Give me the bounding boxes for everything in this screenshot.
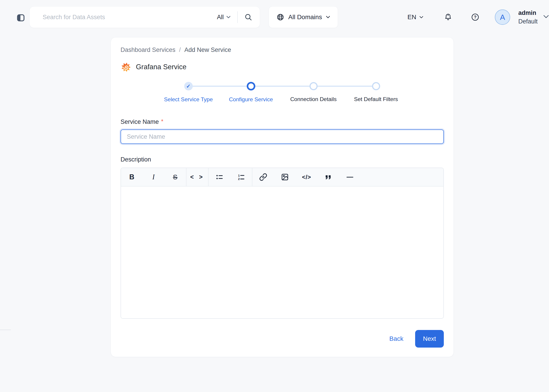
bold-icon: B bbox=[129, 173, 134, 181]
bullet-list-icon bbox=[216, 173, 223, 181]
topbar: All All Domains EN bbox=[0, 0, 549, 34]
step-set-default-filters[interactable]: Set Default Filters bbox=[345, 82, 407, 103]
link-button[interactable] bbox=[252, 168, 274, 186]
service-title-row: Grafana Service bbox=[121, 61, 444, 73]
horizontal-rule-button[interactable] bbox=[339, 168, 361, 186]
quote-button[interactable] bbox=[317, 168, 339, 186]
step-select-service-type[interactable]: ✓ Select Service Type bbox=[157, 82, 220, 103]
italic-icon: I bbox=[152, 173, 155, 181]
italic-button[interactable]: I bbox=[143, 168, 164, 186]
user-info[interactable]: admin Default bbox=[518, 9, 538, 26]
description-label: Description bbox=[121, 156, 444, 163]
grafana-logo-icon bbox=[121, 62, 131, 72]
search-input[interactable] bbox=[29, 7, 217, 28]
step-label: Set Default Filters bbox=[354, 96, 398, 102]
step-label: Select Service Type bbox=[164, 96, 213, 103]
bell-icon bbox=[444, 13, 452, 21]
step-active-circle bbox=[247, 82, 255, 91]
notifications-button[interactable] bbox=[444, 0, 452, 34]
horizontal-rule-icon bbox=[347, 177, 353, 177]
avatar[interactable]: A bbox=[495, 9, 510, 25]
breadcrumb-current: Add New Service bbox=[185, 46, 231, 53]
strikethrough-icon: S bbox=[173, 173, 178, 181]
search-submit-button[interactable] bbox=[244, 13, 252, 21]
breadcrumb-dashboard-services[interactable]: Dashboard Services bbox=[121, 46, 175, 53]
link-icon bbox=[259, 173, 267, 181]
language-dropdown[interactable]: EN bbox=[407, 0, 423, 34]
global-search-bar: All bbox=[29, 6, 260, 28]
chevron-down-icon bbox=[326, 16, 330, 19]
step-label: Connection Details bbox=[290, 96, 337, 102]
step-completed-circle: ✓ bbox=[184, 82, 193, 91]
breadcrumb: Dashboard Services / Add New Service bbox=[121, 46, 444, 53]
step-configure-service[interactable]: Configure Service bbox=[220, 82, 282, 103]
code-block-icon: </> bbox=[302, 174, 311, 181]
language-label: EN bbox=[407, 14, 416, 21]
inline-code-icon: < > bbox=[190, 174, 204, 181]
search-icon bbox=[244, 13, 252, 21]
quote-icon bbox=[324, 173, 332, 181]
step-connection-details[interactable]: Connection Details bbox=[282, 82, 345, 103]
strikethrough-button[interactable]: S bbox=[164, 168, 186, 186]
search-divider bbox=[237, 11, 238, 23]
add-service-card: Dashboard Services / Add New Service Gra… bbox=[111, 37, 454, 357]
description-editor-content[interactable] bbox=[121, 187, 443, 318]
service-name-input[interactable] bbox=[121, 129, 444, 144]
inline-code-button[interactable]: < > bbox=[186, 168, 208, 186]
user-name: admin bbox=[518, 9, 538, 17]
search-scope-label: All bbox=[217, 14, 224, 21]
image-button[interactable] bbox=[274, 168, 296, 186]
stepper: ✓ Select Service Type Configure Service … bbox=[157, 82, 407, 105]
avatar-initial: A bbox=[500, 13, 505, 22]
sidebar-toggle-button[interactable] bbox=[16, 14, 25, 22]
panel-left-icon bbox=[16, 14, 25, 22]
globe-icon bbox=[277, 13, 284, 21]
editor-toolbar: B I S < > bbox=[121, 168, 443, 187]
svg-text:1: 1 bbox=[238, 174, 240, 177]
user-team: Default bbox=[518, 17, 538, 26]
step-pending-circle bbox=[372, 82, 380, 90]
page-title: Grafana Service bbox=[136, 63, 186, 71]
bold-button[interactable]: B bbox=[121, 168, 143, 186]
step-pending-circle bbox=[309, 82, 318, 90]
svg-text:2: 2 bbox=[238, 177, 240, 181]
numbered-list-icon: 1 2 bbox=[237, 173, 245, 181]
numbered-list-button[interactable]: 1 2 bbox=[230, 168, 252, 186]
image-icon bbox=[281, 173, 289, 181]
collapsed-sidebar-divider bbox=[0, 329, 11, 330]
code-block-button[interactable]: </> bbox=[296, 168, 317, 186]
required-marker: * bbox=[161, 118, 164, 125]
domains-dropdown[interactable]: All Domains bbox=[269, 6, 338, 28]
search-scope-dropdown[interactable]: All bbox=[217, 14, 230, 21]
service-name-label-row: Service Name * bbox=[121, 119, 444, 126]
wizard-actions: Back Next bbox=[121, 330, 444, 348]
help-button[interactable]: ? bbox=[471, 0, 479, 34]
back-button[interactable]: Back bbox=[389, 335, 403, 342]
next-button[interactable]: Next bbox=[415, 330, 444, 348]
bullet-list-button[interactable] bbox=[209, 168, 230, 186]
check-icon: ✓ bbox=[186, 83, 191, 89]
chevron-down-icon bbox=[226, 16, 230, 19]
user-menu-chevron-icon[interactable] bbox=[543, 15, 549, 19]
chevron-down-icon bbox=[420, 16, 423, 19]
breadcrumb-separator: / bbox=[179, 46, 181, 53]
domains-label: All Domains bbox=[288, 14, 322, 21]
service-name-label: Service Name bbox=[121, 119, 159, 126]
step-label: Configure Service bbox=[229, 96, 273, 103]
help-icon: ? bbox=[471, 13, 479, 21]
help-glyph: ? bbox=[474, 15, 477, 20]
description-editor: B I S < > bbox=[121, 168, 444, 319]
